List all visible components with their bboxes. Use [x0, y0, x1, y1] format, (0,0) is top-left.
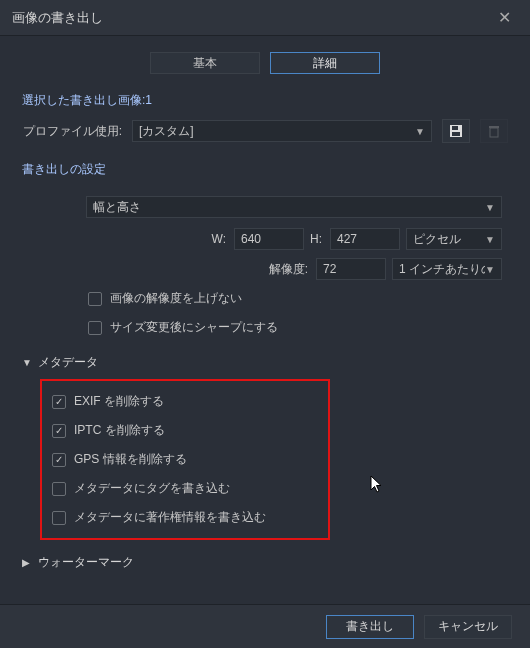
width-height-row: W: H: ピクセル ▼ — [28, 224, 502, 254]
export-button[interactable]: 書き出し — [326, 615, 414, 639]
gps-check[interactable]: GPS 情報を削除する — [48, 445, 322, 474]
width-input[interactable] — [234, 228, 304, 250]
checkbox-icon — [88, 321, 102, 335]
delete-profile-button[interactable] — [480, 119, 508, 143]
cancel-button[interactable]: キャンセル — [424, 615, 512, 639]
copyright-check[interactable]: メタデータに著作権情報を書き込む — [48, 503, 322, 532]
checkbox-icon — [52, 424, 66, 438]
profile-select[interactable]: [カスタム] ▼ — [132, 120, 432, 142]
mouse-cursor-icon — [370, 475, 386, 495]
checkbox-icon — [88, 292, 102, 306]
floppy-icon — [449, 124, 463, 138]
profile-label: プロファイル使用: — [22, 123, 122, 140]
save-profile-button[interactable] — [442, 119, 470, 143]
titlebar: 画像の書き出し ✕ — [0, 0, 530, 36]
width-label: W: — [28, 232, 228, 246]
resolution-row: 解像度: 1 インチあたりのピクセ ▼ — [28, 254, 502, 284]
export-settings-header: 書き出しの設定 — [0, 157, 530, 182]
resolution-unit-select[interactable]: 1 インチあたりのピクセ ▼ — [392, 258, 502, 280]
profile-row: プロファイル使用: [カスタム] ▼ — [0, 113, 530, 149]
selected-images-header: 選択した書き出し画像:1 — [0, 88, 530, 113]
tab-advanced[interactable]: 詳細 — [270, 52, 380, 74]
svg-rect-3 — [490, 128, 498, 137]
trash-icon — [487, 124, 501, 138]
checkbox-icon — [52, 453, 66, 467]
dimension-mode-select[interactable]: 幅と高さ ▼ — [86, 196, 502, 218]
svg-rect-2 — [452, 132, 460, 136]
watermark-section-header[interactable]: ▶ ウォーターマーク — [0, 548, 530, 577]
exif-check[interactable]: EXIF を削除する — [48, 387, 322, 416]
dialog-footer: 書き出し キャンセル — [0, 604, 530, 648]
checkbox-icon — [52, 511, 66, 525]
chevron-down-icon: ▼ — [415, 126, 425, 137]
chevron-down-icon: ▼ — [485, 234, 495, 245]
svg-rect-4 — [489, 126, 499, 128]
dimension-panel: 幅と高さ ▼ W: H: ピクセル ▼ 解像度: 1 インチあたりのピクセ ▼ … — [22, 188, 508, 348]
no-upscale-check[interactable]: 画像の解像度を上げない — [28, 284, 502, 313]
iptc-check[interactable]: IPTC を削除する — [48, 416, 322, 445]
chevron-down-icon: ▼ — [485, 202, 495, 213]
unit-select[interactable]: ピクセル ▼ — [406, 228, 502, 250]
checkbox-icon — [52, 395, 66, 409]
tabs: 基本 詳細 — [0, 36, 530, 88]
chevron-down-icon: ▼ — [485, 264, 495, 275]
metadata-section-header[interactable]: ▼ メタデータ — [0, 348, 530, 377]
metadata-options: EXIF を削除する IPTC を削除する GPS 情報を削除する メタデータに… — [40, 379, 330, 540]
height-input[interactable] — [330, 228, 400, 250]
tab-basic[interactable]: 基本 — [150, 52, 260, 74]
height-label: H: — [310, 232, 324, 246]
triangle-down-icon: ▼ — [22, 357, 32, 368]
resolution-input[interactable] — [316, 258, 386, 280]
dialog-title: 画像の書き出し — [12, 9, 490, 27]
close-icon[interactable]: ✕ — [490, 8, 518, 27]
tags-check[interactable]: メタデータにタグを書き込む — [48, 474, 322, 503]
svg-rect-1 — [452, 126, 458, 130]
resolution-label: 解像度: — [28, 261, 310, 278]
triangle-right-icon: ▶ — [22, 557, 32, 568]
sharpen-check[interactable]: サイズ変更後にシャープにする — [28, 313, 502, 342]
checkbox-icon — [52, 482, 66, 496]
